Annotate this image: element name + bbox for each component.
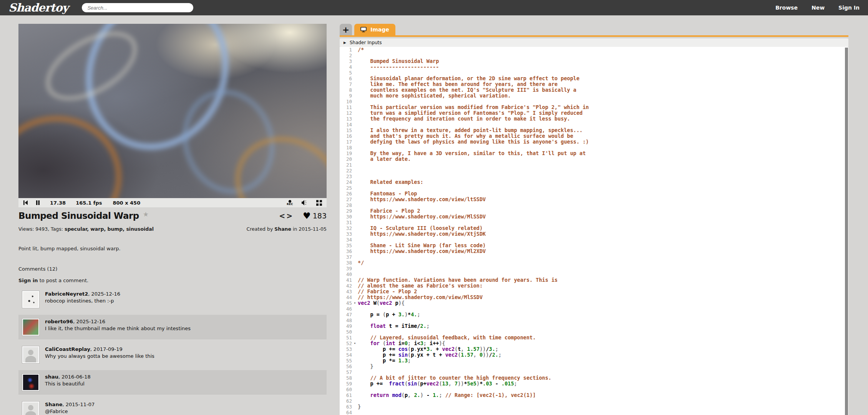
fold-gutter — [352, 254, 358, 260]
embed-code-icon[interactable]: <> — [279, 212, 294, 220]
line-number: 12 — [340, 110, 352, 116]
tab-image[interactable]: Image — [354, 24, 395, 35]
code-line: 41// Warp function. Variations have been… — [340, 277, 848, 283]
monitor-icon — [360, 27, 367, 32]
code-text — [358, 387, 848, 392]
pause-button[interactable] — [36, 200, 40, 205]
editor-scrollbar[interactable] — [845, 48, 848, 415]
avatar[interactable] — [22, 374, 39, 391]
avatar[interactable] — [22, 291, 39, 308]
signin-link[interactable]: Sign in — [18, 278, 38, 283]
title-row: Bumped Sinusoidal Warp ★ <> ♥ 183 — [18, 211, 327, 221]
code-editor[interactable]: 1/*23 Bumped Sinusoidal Warp4 ----------… — [340, 47, 848, 415]
fold-gutter — [352, 283, 358, 289]
fold-gutter — [352, 260, 358, 266]
fold-gutter — [352, 110, 358, 116]
line-number: 14 — [340, 122, 352, 127]
fold-gutter — [352, 392, 358, 398]
code-line: 3 Bumped Sinusoidal Warp — [340, 58, 848, 64]
shadertoy-logo[interactable]: Shadertoy — [8, 1, 68, 14]
nav-new[interactable]: New — [812, 5, 825, 11]
code-text: https://www.shadertoy.com/view/XtjSDK — [358, 231, 848, 237]
nav-signin[interactable]: Sign In — [838, 5, 860, 11]
line-number: 38 — [340, 260, 352, 266]
line-number: 4 — [340, 64, 352, 70]
code-line: 28 — [340, 202, 848, 208]
player-bar: 17.38 165.1 fps 800 x 450 REC — [18, 198, 327, 207]
new-tab-button[interactable]: + — [340, 24, 352, 35]
comment-author[interactable]: FabriceNeyret2 — [45, 291, 88, 297]
line-number: 64 — [340, 410, 352, 415]
fold-gutter — [352, 358, 358, 364]
comment-author[interactable]: roberto96 — [45, 319, 73, 324]
search-input[interactable] — [82, 3, 193, 12]
avatar[interactable] — [22, 402, 39, 415]
line-number: 50 — [340, 329, 352, 335]
fold-marker-icon[interactable]: ▾ — [352, 300, 358, 306]
code-text: // almost the same as Fabrice's version: — [358, 283, 848, 289]
fullscreen-button[interactable] — [316, 200, 322, 206]
line-number: 27 — [340, 197, 352, 202]
code-line: 13 the frequency and iteration count in … — [340, 116, 848, 122]
fold-gutter — [352, 312, 358, 317]
avatar[interactable] — [22, 319, 39, 336]
fold-gutter — [352, 58, 358, 64]
fold-gutter — [352, 352, 358, 358]
code-line: 5 — [340, 70, 848, 76]
line-number: 53 — [340, 346, 352, 352]
author-link[interactable]: Shane — [274, 226, 291, 232]
fold-marker-icon[interactable]: ▾ — [352, 341, 358, 346]
record-button[interactable]: REC — [287, 200, 293, 206]
line-number: 6 — [340, 76, 352, 81]
fold-gutter — [352, 220, 358, 225]
code-text: p += sin(p.yx + t + vec2(1.57, 0))/2.; — [358, 352, 848, 358]
volume-button[interactable] — [302, 200, 308, 205]
code-text — [358, 369, 848, 375]
fold-gutter — [352, 191, 358, 197]
code-text: p += cos(p.yx*3. + vec2(t, 1.57))/3.; — [358, 346, 848, 352]
tags-list[interactable]: specular, warp, bump, sinusoidal — [65, 226, 154, 232]
code-line: 49 float t = iTime/2.; — [340, 323, 848, 329]
avatar[interactable] — [22, 346, 39, 363]
code-text: https://www.shadertoy.com/view/ltSSDV — [358, 197, 848, 202]
code-line: 4 ---------------------- — [340, 64, 848, 70]
top-nav-bar: Shadertoy Browse New Sign In — [0, 0, 868, 15]
comment-author[interactable]: CaliCoastReplay — [45, 346, 90, 352]
code-lines: 1/*23 Bumped Sinusoidal Warp4 ----------… — [340, 47, 848, 415]
fold-gutter — [352, 208, 358, 214]
code-line: 9 much more sophisticated, spherical var… — [340, 93, 848, 99]
line-number: 41 — [340, 277, 352, 283]
favorite-star-icon[interactable]: ★ — [143, 210, 149, 218]
fold-gutter — [352, 231, 358, 237]
code-text: p = (p + 3.)*4.; — [358, 312, 848, 317]
line-number: 1 — [340, 47, 352, 53]
comment-item: Shane, 2015-11-07@Fabrice Using multiple… — [18, 398, 327, 415]
rewind-button[interactable] — [23, 200, 28, 205]
nav-browse[interactable]: Browse — [775, 5, 798, 11]
line-number: 19 — [340, 150, 352, 156]
code-line: 16 and that's pretty much it. As for why… — [340, 133, 848, 139]
code-line: 30 https://www.shadertoy.com/view/MlSSDV — [340, 214, 848, 220]
code-line: 31 — [340, 220, 848, 225]
comment-author[interactable]: Shane — [45, 402, 62, 407]
like-heart-icon[interactable]: ♥ — [303, 212, 311, 220]
fold-gutter — [352, 150, 358, 156]
code-text: } — [358, 404, 848, 410]
code-text — [358, 162, 848, 168]
comment-list: FabriceNeyret2, 2025-12-16robocop intest… — [18, 287, 327, 415]
comment-author[interactable]: shau — [45, 374, 58, 380]
code-line: 19 By the way, I have a 3D version, simi… — [340, 150, 848, 156]
comment-date: , 2025-12-16 — [88, 291, 120, 297]
code-text: https://www.shadertoy.com/view/Ml2XDV — [358, 248, 848, 254]
fold-gutter — [352, 104, 358, 110]
fold-gutter — [352, 398, 358, 404]
shader-canvas[interactable] — [18, 24, 327, 198]
code-line: 24 Related examples: — [340, 179, 848, 185]
shader-inputs-toggle[interactable]: ▶ Shader Inputs — [340, 38, 848, 47]
code-line: 45▾vec2 W(vec2 p){ — [340, 300, 848, 306]
code-line: 61 return mod(p, 2.) - 1.; // Range: [ve… — [340, 392, 848, 398]
code-text: for (int i=0; i<3; i++){ — [358, 341, 848, 346]
fold-gutter — [352, 179, 358, 185]
line-number: 47 — [340, 312, 352, 317]
views-label: Views: 9493, Tags: — [18, 226, 65, 232]
